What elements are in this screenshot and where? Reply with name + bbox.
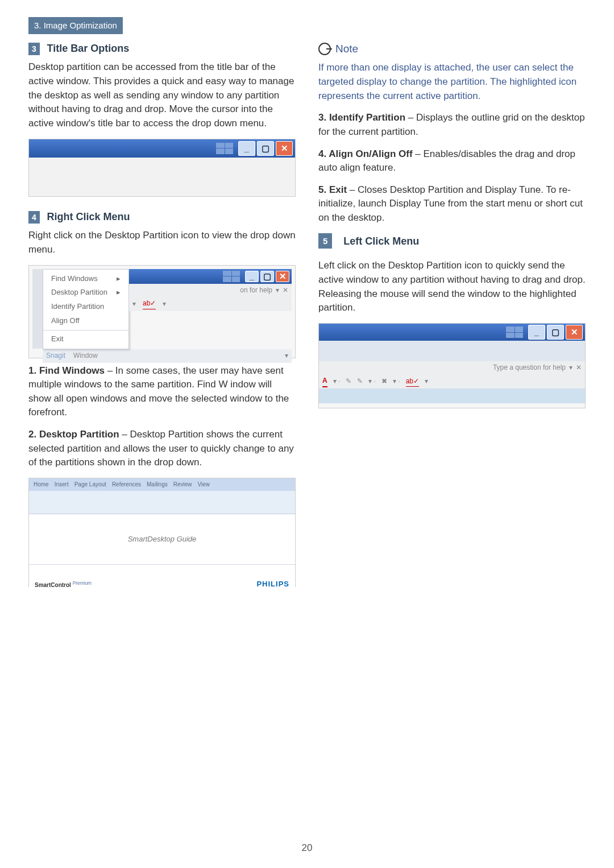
close-icon: ✕ — [276, 271, 289, 282]
ctx-identify-partition: Identify Partition — [43, 300, 128, 314]
word-footer: SmartControl Premium PHILIPS — [29, 564, 295, 592]
taskbar-stub — [319, 388, 585, 403]
right-click-menu-heading: Right Click Menu — [47, 211, 130, 222]
help-bar-2: Type a question for help▾✕ — [319, 361, 585, 375]
partition-icon — [506, 326, 523, 338]
note-heading: Note — [318, 41, 586, 57]
left-click-menu-heading: Left Click Menu — [343, 234, 419, 249]
ctx-find-windows: Find Windows▸ — [43, 272, 128, 286]
context-menu: Find Windows▸ Desktop Partition▸ Identif… — [43, 269, 129, 349]
context-menu-screenshot: Find Windows▸ Desktop Partition▸ Identif… — [28, 265, 296, 358]
num-badge-3: 3 — [28, 43, 40, 55]
page-number: 20 — [0, 841, 614, 855]
ctx-exit: Exit — [43, 332, 128, 346]
mock-titlebar-small: _ ▢ ✕ — [129, 269, 292, 284]
ctx-align-off: Align Off — [43, 314, 128, 328]
close-icon: ✕ — [566, 325, 583, 340]
formatting-toolbar: A▾ · ✎ ✎▾ · ✖▾ · ab✓▾ — [319, 375, 585, 388]
help-bar: on for help▾✕ — [129, 284, 292, 297]
mock-titlebar: _ ▢ ✕ — [29, 139, 295, 158]
section-3-body: Desktop partition can be accessed from t… — [28, 60, 296, 130]
section-4-body: Right click on the Desktop Partition ico… — [28, 229, 296, 257]
left-click-screenshot: _ ▢ ✕ Type a question for help▾✕ A▾ · ✎ … — [318, 323, 586, 408]
section-5-body: Left click on the Desktop Partition icon… — [318, 259, 586, 315]
num-badge-5: 5 — [318, 233, 332, 249]
item-2: 2. Desktop Partition – Desktop Partition… — [28, 428, 296, 470]
word-screenshot: HomeInsertPage LayoutReferencesMailingsR… — [28, 478, 296, 587]
section-5-heading: 5 Left Click Menu — [318, 233, 586, 249]
minimize-icon: _ — [238, 141, 255, 156]
right-column: Note If more than one display is attache… — [318, 41, 586, 593]
section-tab: 3. Image Optimization — [28, 17, 123, 34]
close-icon: ✕ — [276, 141, 293, 156]
ctx-desktop-partition: Desktop Partition▸ — [43, 286, 128, 300]
item-5: 5. Exit – Closes Desktop Partition and D… — [318, 183, 586, 225]
minimize-icon: _ — [528, 325, 545, 340]
toolbar-stub: ▾ ab✓ ▾ — [129, 297, 292, 311]
mock-titlebar-2: _ ▢ ✕ — [319, 324, 585, 341]
word-ribbon — [29, 491, 295, 514]
titlebar-screenshot: _ ▢ ✕ — [28, 139, 296, 197]
item-3: 3. Identify Partition – Displays the out… — [318, 111, 586, 139]
item-4: 4. Align On/Align Off – Enables/disables… — [318, 147, 586, 175]
maximize-icon: ▢ — [260, 271, 274, 282]
note-icon — [318, 43, 331, 55]
word-doc-title: SmartDesktop Guide — [29, 514, 295, 564]
snagit-bar: Snagit Window ▾ — [43, 349, 292, 363]
maximize-icon: ▢ — [547, 325, 564, 340]
philips-logo: PHILIPS — [256, 579, 289, 590]
note-title: Note — [335, 41, 358, 57]
left-column: 3 Title Bar Options Desktop partition ca… — [28, 41, 296, 593]
partition-icon — [223, 271, 240, 282]
section-4-heading: 4 Right Click Menu — [28, 209, 296, 225]
word-tabs: HomeInsertPage LayoutReferencesMailingsR… — [29, 478, 295, 491]
partition-icon — [216, 143, 233, 154]
section-3-heading: 3 Title Bar Options — [28, 41, 296, 56]
minimize-icon: _ — [245, 271, 259, 282]
maximize-icon: ▢ — [257, 141, 274, 156]
item-1: 1. Find Windows – In some cases, the use… — [28, 364, 296, 420]
title-bar-options-heading: Title Bar Options — [47, 43, 130, 54]
num-badge-4: 4 — [28, 211, 40, 224]
note-body: If more than one display is attached, th… — [318, 61, 586, 103]
